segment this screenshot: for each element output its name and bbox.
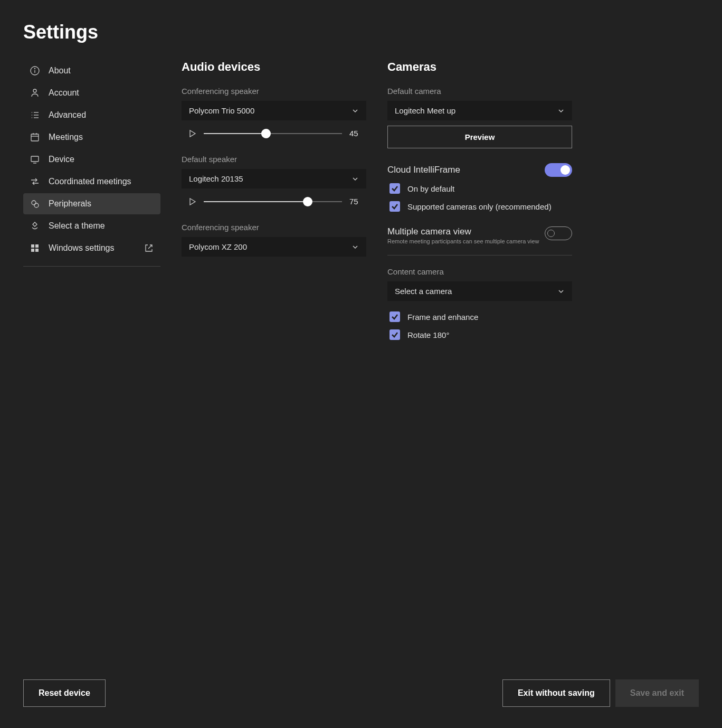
reset-device-button[interactable]: Reset device — [23, 679, 106, 707]
monitor-icon — [30, 154, 40, 165]
chevron-down-icon — [352, 107, 359, 115]
svg-point-16 — [32, 201, 36, 205]
person-icon — [30, 88, 40, 98]
preview-button[interactable]: Preview — [387, 126, 572, 148]
on-by-default-label: On by default — [407, 184, 454, 193]
windows-icon — [30, 243, 40, 253]
multiple-camera-view-subtext: Remote meeting participants can see mult… — [387, 238, 539, 244]
supported-cameras-only-label: Supported cameras only (recommended) — [407, 202, 552, 211]
svg-point-17 — [34, 203, 39, 207]
default-speaker-volume-value: 75 — [349, 197, 362, 206]
svg-point-3 — [33, 89, 36, 92]
dropdown-value: Logitech 20135 — [189, 174, 243, 183]
external-link-icon — [144, 243, 154, 253]
sidebar-item-label: Select a theme — [49, 221, 105, 231]
svg-marker-24 — [190, 198, 195, 205]
conferencing-speaker-volume-value: 45 — [349, 129, 362, 138]
svg-point-2 — [35, 69, 35, 69]
conferencing-speaker-dropdown[interactable]: Polycom Trio 5000 — [182, 101, 366, 120]
page-title: Settings — [23, 21, 699, 43]
sidebar-item-label: Meetings — [49, 133, 83, 142]
sidebar-item-about[interactable]: About — [23, 60, 160, 81]
conferencing-speaker-label: Conferencing speaker — [182, 87, 366, 96]
sidebar-item-label: Account — [49, 88, 79, 98]
default-speaker-label: Default speaker — [182, 155, 366, 164]
audio-devices-section: Audio devices Conferencing speaker Polyc… — [182, 60, 366, 347]
play-button[interactable] — [188, 129, 196, 138]
swap-icon — [30, 176, 40, 187]
chevron-down-icon — [352, 243, 359, 251]
exit-without-saving-button[interactable]: Exit without saving — [502, 679, 610, 707]
dropdown-value: Logitech Meet up — [395, 106, 455, 115]
conferencing-speaker2-dropdown[interactable]: Polycom XZ 200 — [182, 237, 366, 257]
cameras-section: Cameras Default camera Logitech Meet up … — [387, 60, 572, 347]
sidebar-item-peripherals[interactable]: Peripherals — [23, 193, 160, 214]
multiple-camera-view-label: Multiple camera view — [387, 226, 539, 237]
cloud-intelliframe-label: Cloud IntelliFrame — [387, 165, 460, 175]
sidebar-item-meetings[interactable]: Meetings — [23, 127, 160, 148]
theme-icon — [30, 221, 40, 231]
svg-rect-21 — [35, 249, 39, 252]
play-button[interactable] — [188, 197, 196, 206]
sidebar-item-label: About — [49, 66, 71, 75]
dropdown-value: Polycom Trio 5000 — [189, 106, 254, 115]
save-and-exit-button[interactable]: Save and exit — [615, 679, 699, 707]
svg-rect-18 — [31, 244, 34, 248]
conferencing-speaker-volume-slider[interactable] — [204, 133, 342, 134]
content-camera-label: Content camera — [387, 267, 572, 276]
info-icon — [30, 65, 40, 76]
svg-rect-10 — [31, 134, 39, 141]
conferencing-speaker2-label: Conferencing speaker — [182, 223, 366, 232]
sidebar-item-account[interactable]: Account — [23, 82, 160, 103]
cameras-section-title: Cameras — [387, 60, 572, 74]
sidebar-item-label: Device — [49, 155, 74, 164]
sidebar-item-label: Advanced — [49, 110, 86, 120]
cloud-intelliframe-toggle[interactable] — [545, 163, 572, 177]
svg-rect-19 — [35, 244, 39, 248]
default-speaker-volume-slider[interactable] — [204, 201, 342, 202]
chevron-down-icon — [557, 107, 565, 115]
rotate-180-checkbox[interactable] — [390, 329, 400, 340]
dropdown-value: Select a camera — [395, 287, 452, 296]
default-camera-dropdown[interactable]: Logitech Meet up — [387, 101, 572, 120]
sidebar-item-select-theme[interactable]: Select a theme — [23, 215, 160, 237]
supported-cameras-only-checkbox[interactable] — [390, 201, 400, 212]
svg-rect-14 — [31, 156, 39, 162]
sidebar-item-advanced[interactable]: Advanced — [23, 105, 160, 126]
frame-enhance-checkbox[interactable] — [390, 311, 400, 322]
peripherals-icon — [30, 198, 40, 209]
sidebar-item-windows-settings[interactable]: Windows settings — [23, 238, 160, 259]
multiple-camera-view-toggle[interactable] — [545, 226, 572, 240]
content-camera-dropdown[interactable]: Select a camera — [387, 281, 572, 301]
dropdown-value: Polycom XZ 200 — [189, 242, 247, 251]
chevron-down-icon — [557, 288, 565, 295]
sidebar-divider — [23, 266, 160, 267]
on-by-default-checkbox[interactable] — [390, 183, 400, 194]
calendar-icon — [30, 132, 40, 143]
chevron-down-icon — [352, 175, 359, 183]
sidebar-item-label: Coordinated meetings — [49, 177, 131, 186]
list-icon — [30, 110, 40, 120]
svg-marker-23 — [190, 130, 195, 137]
default-speaker-dropdown[interactable]: Logitech 20135 — [182, 169, 366, 188]
svg-line-22 — [148, 245, 152, 249]
svg-rect-20 — [31, 249, 34, 252]
footer: Reset device Exit without saving Save an… — [23, 679, 699, 707]
sidebar-item-coordinated-meetings[interactable]: Coordinated meetings — [23, 171, 160, 192]
sidebar-item-label: Peripherals — [49, 199, 91, 209]
audio-section-title: Audio devices — [182, 60, 366, 74]
section-divider — [387, 255, 572, 256]
sidebar-item-label: Windows settings — [49, 243, 115, 253]
rotate-180-label: Rotate 180° — [407, 330, 449, 339]
default-camera-label: Default camera — [387, 87, 572, 96]
sidebar-item-device[interactable]: Device — [23, 149, 160, 170]
sidebar: About Account Advanced Meetings Device — [23, 60, 160, 347]
frame-enhance-label: Frame and enhance — [407, 313, 478, 322]
